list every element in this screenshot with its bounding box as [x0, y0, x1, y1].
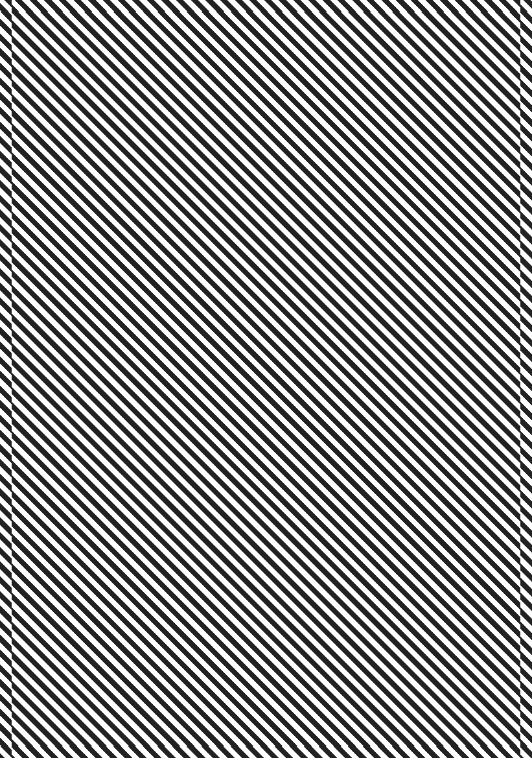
word-box-item: hopes	[419, 181, 506, 197]
synonym-right-item: a. pleasures	[419, 340, 505, 357]
section1-box: 1. Listen to the song and fill in the ga…	[17, 17, 321, 484]
title-text: Family	[425, 17, 503, 44]
song-line: Here's what we call our golden	[25, 377, 314, 394]
synonym-right-item: b. view	[419, 357, 505, 373]
svg-rect-5	[38, 534, 57, 567]
family-photo	[18, 490, 109, 740]
song-line: (WE!) no we don't get depressed	[25, 361, 314, 377]
word-box: everybody family (x4) people sisters bir…	[412, 64, 513, 282]
synonyms-content: 1. lie 2. share 3. delights 4. hopes 5. …	[326, 340, 505, 484]
song-line: You won't go wrong	[25, 411, 314, 428]
word-box-item: rule	[419, 261, 506, 277]
blank	[75, 264, 133, 265]
synonym-left-item: 9. faith	[326, 469, 412, 485]
synonyms-left: 1. lie 2. share 3. delights 4. hopes 5. …	[326, 340, 412, 484]
synonym-right-item: f. law	[419, 421, 505, 437]
song-line: (HIGH!) high we have for the future	[25, 327, 314, 344]
section1-instruction: 1. Listen to the song and fill in the ga…	[25, 23, 314, 36]
word-box-item: share	[419, 245, 506, 261]
blank	[118, 146, 189, 147]
song-line: This is our Jewel	[25, 428, 314, 445]
reading-paragraph2: My husband's name is Henry and he is Eng…	[115, 524, 505, 563]
synonym-left-item: 5. goal	[326, 405, 412, 421]
song-line: As we walk on by	[25, 147, 314, 163]
page-content: Family✦ 𝄞 ♪♫ 𝄞 ♪ ♫ everybody family (x4)…	[12, 12, 520, 746]
synonyms-box: 2. Match the words on the left with thei…	[318, 307, 513, 492]
synonym-left-item: 3. delights	[326, 373, 412, 389]
synonym-right-item: c. untruth	[419, 373, 505, 389]
synonym-left-item: 6. sight	[326, 421, 412, 437]
svg-point-4	[38, 508, 57, 521]
song-line: (ALL!) all of the around us they say	[25, 197, 314, 214]
word-box-item: everybody	[419, 69, 506, 85]
song-line: (FLY!) and we fly just like of a feather	[25, 163, 314, 180]
reading-section: Hi, my name's Laure. I'm from Paris in F…	[17, 489, 513, 741]
song-line: We are	[25, 89, 314, 106]
word-box-item: family (x4)	[419, 85, 506, 101]
synonym-left-item: 1. lie	[326, 340, 412, 357]
synonym-right-item: h. desires	[419, 453, 505, 469]
synonym-right-item: i. objective	[419, 469, 505, 485]
synonym-left-item: 2. share	[326, 357, 412, 373]
song-line: Can they be that	[25, 214, 314, 231]
page-title: Family✦	[425, 18, 513, 43]
svg-point-7	[67, 510, 86, 522]
song-line: Just let me state for the record	[25, 231, 314, 248]
song-line: I got all my with me	[25, 73, 314, 89]
synonym-right-item: e. portion	[419, 405, 505, 421]
song-line: To get our of the world's delights	[25, 310, 314, 327]
word-box-item: people	[419, 101, 506, 117]
song-line: Get up and sing	[25, 106, 314, 123]
svg-rect-8	[67, 535, 86, 566]
reading-paragraph3: My parents are retired. I have two broth…	[115, 565, 505, 591]
synonym-left-item: 4. hopes	[326, 388, 412, 405]
word-box-item: sisters	[419, 117, 506, 133]
blank	[54, 123, 125, 123]
song-line: We are	[25, 56, 314, 73]
synonyms-right: a. pleasures b. view c. untruth d. unhap…	[419, 340, 505, 484]
song-line: Everyone can see we're	[25, 130, 314, 147]
synonym-left-item: 7. depressed	[326, 437, 412, 453]
word-box-item: together	[419, 148, 506, 165]
blank	[67, 444, 126, 445]
chorus-label: (CHORUS x2)	[25, 270, 314, 289]
word-box-item: faith	[419, 213, 506, 229]
song-line: We're giving in a dose	[25, 248, 314, 265]
word-box-item: fun	[419, 197, 506, 213]
blank	[154, 264, 212, 265]
svg-rect-10	[57, 537, 69, 542]
song-line: And our goal's in sight	[25, 344, 314, 361]
song-line: Have in you and the things you do	[25, 394, 314, 411]
song-line: Living life is and we've just begun	[25, 293, 314, 310]
reading-paragraph1: Hi, my name's Laure. I'm from Paris in F…	[115, 495, 505, 521]
title-star: ✦	[503, 19, 513, 32]
blank	[122, 180, 161, 180]
word-box-item: love	[419, 229, 506, 245]
word-box-item: birds	[419, 133, 506, 149]
svg-rect-1	[18, 490, 109, 536]
synonym-right-item: d. unhappy	[419, 388, 505, 405]
word-box-item: close	[419, 165, 506, 181]
reading-text: Hi, my name's Laure. I'm from Paris in F…	[109, 490, 511, 740]
song-line: I won't tell no lie	[25, 180, 314, 197]
svg-rect-2	[18, 536, 109, 587]
synonyms-title: 2. Match the words on the left with thei…	[326, 313, 505, 337]
song-title: We are family	[25, 43, 314, 53]
synonym-right-item: g. trust	[419, 437, 505, 453]
synonym-left-item: 8. rule	[326, 453, 412, 469]
